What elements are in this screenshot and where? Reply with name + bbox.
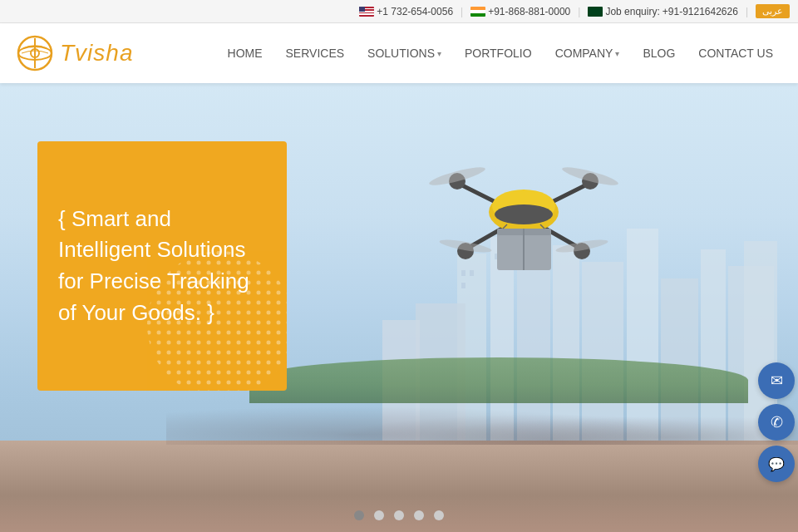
separator-2: | — [578, 6, 580, 17]
delivery-drone — [416, 133, 632, 316]
language-button[interactable]: عربى — [756, 4, 790, 18]
slider-dot-4[interactable] — [414, 510, 424, 520]
separator-3: | — [746, 6, 748, 17]
phone-icon: ✆ — [771, 413, 783, 431]
job-phone-number: +91-9121642626 — [663, 6, 738, 17]
us-phone: +1 732-654-0056 — [359, 6, 453, 17]
slider-dot-1[interactable] — [354, 510, 364, 520]
main-nav: HOME SERVICES SOLUTIONS ▾ PORTFOLIO COMP… — [228, 47, 773, 60]
nav-solutions[interactable]: SOLUTIONS ▾ — [367, 47, 441, 60]
separator-1: | — [461, 6, 463, 17]
fab-email-button[interactable]: ✉ — [758, 362, 795, 399]
logo[interactable]: Tvisha — [17, 35, 133, 71]
nav-portfolio[interactable]: PORTFOLIO — [465, 47, 532, 60]
email-icon: ✉ — [771, 372, 783, 390]
nav-company[interactable]: COMPANY ▾ — [555, 47, 620, 60]
us-phone-number: +1 732-654-0056 — [377, 6, 453, 17]
us-flag-icon — [359, 7, 374, 17]
fab-chat-button[interactable]: 💬 — [758, 446, 795, 482]
in-phone-number: +91-868-881-0000 — [488, 6, 570, 17]
nav-services[interactable]: SERVICES — [286, 47, 345, 60]
hero-section: { Smart and Intelligent Solutions for Pr… — [0, 83, 798, 532]
solutions-dropdown-icon: ▾ — [437, 49, 441, 58]
topbar: +1 732-654-0056 | +91-868-881-0000 | Job… — [0, 0, 798, 23]
promo-card: { Smart and Intelligent Solutions for Pr… — [37, 141, 287, 391]
nav-company-label: COMPANY — [555, 47, 613, 60]
pk-phone: Job enquiry: +91-9121642626 — [588, 6, 737, 17]
job-label: Job enquiry: — [605, 6, 659, 17]
nav-solutions-label: SOLUTIONS — [367, 47, 435, 60]
in-flag-icon — [470, 7, 485, 17]
nav-contact[interactable]: CONTACT US — [698, 47, 773, 60]
fab-phone-button[interactable]: ✆ — [758, 404, 795, 441]
crowd-layer — [166, 395, 798, 445]
nav-blog[interactable]: BLOG — [643, 47, 675, 60]
nav-home[interactable]: HOME — [228, 47, 263, 60]
in-phone: +91-868-881-0000 — [470, 6, 570, 17]
slider-dots — [354, 510, 444, 520]
chat-icon: 💬 — [768, 456, 785, 472]
header: Tvisha HOME SERVICES SOLUTIONS ▾ PORTFOL… — [0, 23, 798, 83]
logo-text: Tvisha — [60, 40, 133, 66]
slider-dot-2[interactable] — [374, 510, 384, 520]
svg-point-35 — [495, 204, 553, 224]
pk-flag-icon — [588, 7, 603, 17]
company-dropdown-icon: ▾ — [615, 49, 619, 58]
logo-icon — [17, 35, 53, 71]
fab-container: ✉ ✆ 💬 — [758, 362, 798, 482]
slider-dot-5[interactable] — [434, 510, 444, 520]
promo-headline: { Smart and Intelligent Solutions for Pr… — [58, 204, 266, 329]
slider-dot-3[interactable] — [394, 510, 404, 520]
